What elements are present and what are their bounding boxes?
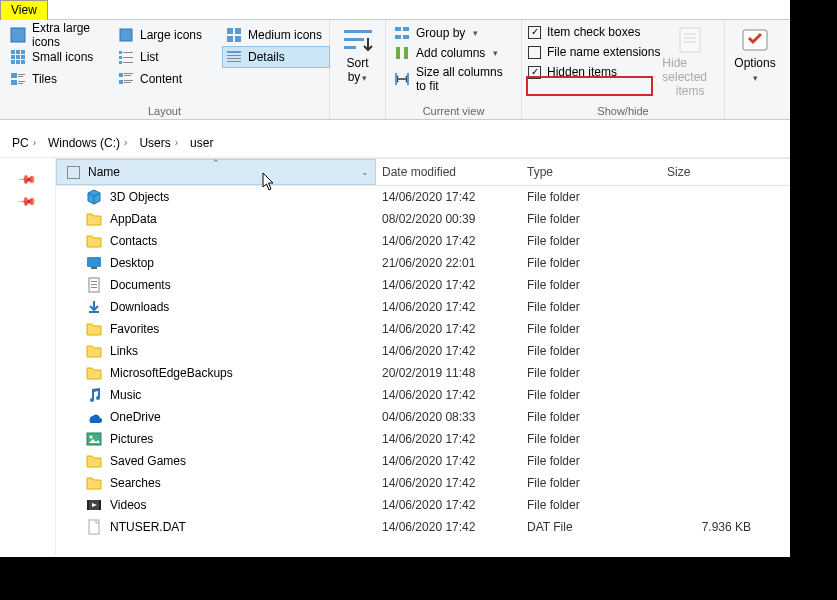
file-name: Searches	[110, 476, 161, 490]
select-all-checkbox[interactable]	[67, 166, 80, 179]
svg-rect-45	[404, 47, 408, 59]
layout-option[interactable]: Details	[222, 46, 330, 68]
svg-rect-47	[407, 73, 409, 85]
table-row[interactable]: Pictures14/06/2020 17:42File folder	[56, 428, 790, 450]
file-type: File folder	[521, 256, 661, 270]
table-row[interactable]: Saved Games14/06/2020 17:42File folder	[56, 450, 790, 472]
table-row[interactable]: OneDrive04/06/2020 08:33File folder	[56, 406, 790, 428]
file-date: 04/06/2020 08:33	[376, 410, 521, 424]
svg-rect-15	[119, 51, 122, 54]
ribbon-group-sort: Sort by▾	[330, 20, 386, 119]
file-list: ⌃ Name ⌄ Date modified Type Size 3D Obje…	[55, 158, 790, 555]
svg-rect-61	[99, 500, 101, 510]
folder-icon	[86, 453, 102, 469]
svg-rect-0	[11, 28, 25, 42]
layout-icon	[10, 27, 26, 43]
downloads-icon	[86, 299, 102, 315]
table-row[interactable]: MicrosoftEdgeBackups20/02/2019 11:48File…	[56, 362, 790, 384]
file-date: 14/06/2020 17:42	[376, 432, 521, 446]
file-type: File folder	[521, 432, 661, 446]
ribbon-group-options: Options▾	[725, 20, 785, 119]
size-all-columns-button[interactable]: Size all columns to fit	[392, 64, 515, 94]
file-name: Contacts	[110, 234, 157, 248]
svg-rect-25	[11, 73, 17, 78]
layout-option[interactable]: Extra large icons	[6, 24, 114, 46]
layout-option[interactable]: Medium icons	[222, 24, 330, 46]
checkbox-checked-icon: ✓	[528, 66, 541, 79]
table-row[interactable]: AppData08/02/2020 00:39File folder	[56, 208, 790, 230]
ribbon-group-current-view: Group by▾ Add columns▾ Size all columns …	[386, 20, 522, 119]
column-header-size[interactable]: Size	[661, 165, 741, 179]
ribbon-tab-bar: View	[0, 0, 790, 20]
add-columns-button[interactable]: Add columns▾	[392, 44, 515, 62]
layout-icon	[226, 49, 242, 65]
svg-rect-33	[124, 75, 131, 76]
dropdown-icon[interactable]: ⌄	[361, 167, 369, 177]
pin-icon[interactable]: 📌	[17, 191, 38, 212]
column-header-type[interactable]: Type	[521, 165, 661, 179]
table-row[interactable]: 3D Objects14/06/2020 17:42File folder	[56, 186, 790, 208]
group-by-button[interactable]: Group by▾	[392, 24, 515, 42]
column-header-date[interactable]: Date modified	[376, 165, 521, 179]
svg-rect-43	[403, 35, 409, 39]
breadcrumb-item[interactable]: Users›	[135, 134, 182, 152]
file-type: File folder	[521, 454, 661, 468]
table-row[interactable]: Links14/06/2020 17:42File folder	[56, 340, 790, 362]
layout-option[interactable]: Small icons	[6, 46, 114, 68]
layout-option[interactable]: Content	[114, 68, 222, 90]
explorer-window: View Extra large iconsLarge iconsMedium …	[0, 0, 790, 557]
hide-selected-button[interactable]: Hide selected items	[662, 24, 718, 98]
layout-option[interactable]: List	[114, 46, 222, 68]
file-name: Downloads	[110, 300, 169, 314]
file-name-extensions-toggle[interactable]: File name extensions	[528, 44, 662, 60]
table-row[interactable]: NTUSER.DAT14/06/2020 17:42DAT File7.936 …	[56, 516, 790, 538]
file-date: 14/06/2020 17:42	[376, 388, 521, 402]
file-name: OneDrive	[110, 410, 161, 424]
svg-rect-18	[123, 57, 133, 58]
file-type: File folder	[521, 476, 661, 490]
folder-icon	[86, 211, 102, 227]
svg-rect-20	[123, 62, 133, 63]
table-row[interactable]: Downloads14/06/2020 17:42File folder	[56, 296, 790, 318]
svg-rect-36	[124, 82, 131, 83]
table-row[interactable]: Documents14/06/2020 17:42File folder	[56, 274, 790, 296]
folder-icon	[86, 475, 102, 491]
table-row[interactable]: Desktop21/06/2020 22:01File folder	[56, 252, 790, 274]
table-row[interactable]: Searches14/06/2020 17:42File folder	[56, 472, 790, 494]
layout-option[interactable]: Tiles	[6, 68, 114, 90]
hidden-items-toggle[interactable]: ✓ Hidden items	[528, 64, 662, 80]
layout-option[interactable]: Large icons	[114, 24, 222, 46]
pin-icon[interactable]: 📌	[17, 169, 38, 190]
file-type: File folder	[521, 498, 661, 512]
file-date: 14/06/2020 17:42	[376, 476, 521, 490]
file-name: Documents	[110, 278, 171, 292]
breadcrumb-item[interactable]: user	[186, 134, 217, 152]
column-headers: ⌃ Name ⌄ Date modified Type Size	[56, 158, 790, 186]
file-name: MicrosoftEdgeBackups	[110, 366, 233, 380]
file-name: Links	[110, 344, 138, 358]
breadcrumb-item[interactable]: Windows (C:)›	[44, 134, 131, 152]
table-row[interactable]: Favorites14/06/2020 17:42File folder	[56, 318, 790, 340]
column-header-name[interactable]: ⌃ Name ⌄	[56, 159, 376, 185]
svg-point-58	[90, 436, 93, 439]
item-check-boxes-toggle[interactable]: ✓ Item check boxes	[528, 24, 662, 40]
options-button[interactable]: Options▾	[734, 56, 775, 84]
svg-rect-29	[18, 81, 25, 82]
hide-icon	[674, 24, 706, 56]
breadcrumb-item[interactable]: PC›	[8, 134, 40, 152]
file-date: 20/02/2019 11:48	[376, 366, 521, 380]
svg-rect-30	[18, 83, 23, 84]
table-row[interactable]: Music14/06/2020 17:42File folder	[56, 384, 790, 406]
svg-rect-55	[91, 287, 97, 288]
table-row[interactable]: Contacts14/06/2020 17:42File folder	[56, 230, 790, 252]
options-icon	[739, 24, 771, 56]
svg-rect-3	[235, 28, 241, 34]
tab-view[interactable]: View	[0, 0, 48, 20]
file-date: 14/06/2020 17:42	[376, 454, 521, 468]
svg-rect-53	[91, 281, 97, 282]
svg-rect-27	[18, 76, 23, 77]
layout-icon	[226, 27, 242, 43]
sort-button[interactable]: Sort by▾	[336, 56, 379, 85]
table-row[interactable]: Videos14/06/2020 17:42File folder	[56, 494, 790, 516]
file-date: 08/02/2020 00:39	[376, 212, 521, 226]
